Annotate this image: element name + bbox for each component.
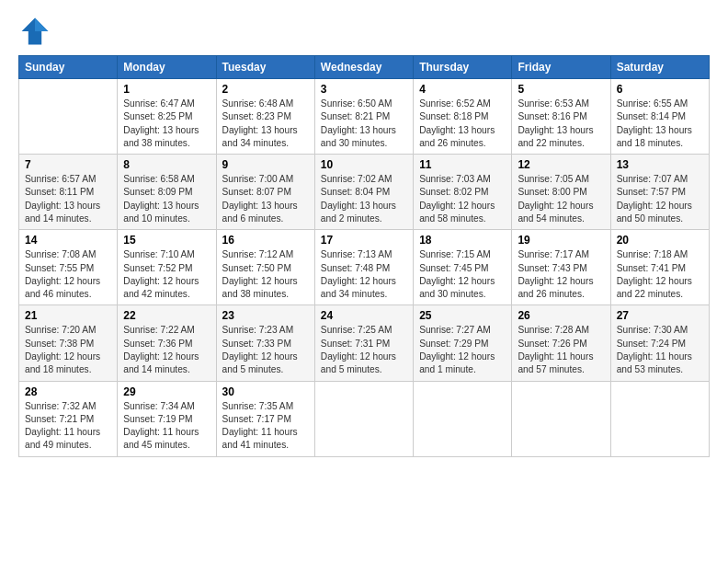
cell-date: 1 — [123, 83, 210, 96]
cell-info: Sunrise: 7:07 AM Sunset: 7:57 PM Dayligh… — [617, 173, 703, 225]
week-row-3: 14Sunrise: 7:08 AM Sunset: 7:55 PM Dayli… — [19, 230, 710, 305]
week-row-5: 28Sunrise: 7:32 AM Sunset: 7:21 PM Dayli… — [19, 381, 710, 456]
cell-date: 25 — [419, 309, 506, 322]
calendar-cell: 3Sunrise: 6:50 AM Sunset: 8:21 PM Daylig… — [314, 79, 413, 155]
cell-info: Sunrise: 7:30 AM Sunset: 7:24 PM Dayligh… — [617, 324, 703, 376]
calendar-cell: 26Sunrise: 7:28 AM Sunset: 7:26 PM Dayli… — [512, 305, 610, 381]
day-header-thursday: Thursday — [414, 56, 512, 79]
calendar-cell: 17Sunrise: 7:13 AM Sunset: 7:48 PM Dayli… — [314, 230, 413, 305]
calendar-cell: 12Sunrise: 7:05 AM Sunset: 8:00 PM Dayli… — [512, 155, 610, 230]
day-header-tuesday: Tuesday — [216, 56, 314, 79]
cell-info: Sunrise: 7:08 AM Sunset: 7:55 PM Dayligh… — [25, 248, 111, 301]
calendar-body: 1Sunrise: 6:47 AM Sunset: 8:25 PM Daylig… — [19, 79, 710, 457]
cell-date: 2 — [222, 83, 309, 96]
cell-date: 6 — [617, 83, 703, 96]
calendar-cell: 8Sunrise: 6:58 AM Sunset: 8:09 PM Daylig… — [118, 155, 216, 230]
day-header-saturday: Saturday — [610, 56, 709, 79]
calendar-cell: 20Sunrise: 7:18 AM Sunset: 7:41 PM Dayli… — [610, 230, 709, 305]
calendar-cell: 18Sunrise: 7:15 AM Sunset: 7:45 PM Dayli… — [414, 230, 512, 305]
calendar-cell — [19, 79, 118, 155]
day-header-wednesday: Wednesday — [314, 56, 413, 79]
cell-info: Sunrise: 6:53 AM Sunset: 8:16 PM Dayligh… — [518, 98, 604, 150]
cell-info: Sunrise: 6:48 AM Sunset: 8:23 PM Dayligh… — [222, 98, 309, 150]
cell-info: Sunrise: 6:57 AM Sunset: 8:11 PM Dayligh… — [25, 173, 111, 225]
cell-info: Sunrise: 7:12 AM Sunset: 7:50 PM Dayligh… — [222, 248, 309, 301]
calendar-cell: 7Sunrise: 6:57 AM Sunset: 8:11 PM Daylig… — [19, 155, 118, 230]
cell-date: 11 — [419, 158, 506, 171]
cell-date: 22 — [123, 309, 210, 322]
cell-date: 19 — [518, 234, 604, 247]
cell-info: Sunrise: 7:05 AM Sunset: 8:00 PM Dayligh… — [518, 173, 604, 225]
calendar-cell: 29Sunrise: 7:34 AM Sunset: 7:19 PM Dayli… — [118, 381, 216, 456]
cell-info: Sunrise: 7:23 AM Sunset: 7:33 PM Dayligh… — [222, 324, 309, 376]
cell-info: Sunrise: 7:10 AM Sunset: 7:52 PM Dayligh… — [123, 248, 210, 301]
cell-info: Sunrise: 6:47 AM Sunset: 8:25 PM Dayligh… — [123, 98, 210, 150]
calendar-cell — [314, 381, 413, 456]
calendar-cell: 30Sunrise: 7:35 AM Sunset: 7:17 PM Dayli… — [216, 381, 314, 456]
cell-info: Sunrise: 7:03 AM Sunset: 8:02 PM Dayligh… — [419, 173, 506, 225]
cell-info: Sunrise: 6:52 AM Sunset: 8:18 PM Dayligh… — [419, 98, 506, 150]
logo — [18, 15, 55, 48]
calendar-cell: 10Sunrise: 7:02 AM Sunset: 8:04 PM Dayli… — [314, 155, 413, 230]
calendar-cell: 23Sunrise: 7:23 AM Sunset: 7:33 PM Dayli… — [216, 305, 314, 381]
cell-info: Sunrise: 7:02 AM Sunset: 8:04 PM Dayligh… — [321, 173, 407, 225]
calendar-cell: 16Sunrise: 7:12 AM Sunset: 7:50 PM Dayli… — [216, 230, 314, 305]
cell-info: Sunrise: 7:27 AM Sunset: 7:29 PM Dayligh… — [419, 324, 506, 376]
calendar-cell: 15Sunrise: 7:10 AM Sunset: 7:52 PM Dayli… — [118, 230, 216, 305]
calendar-cell: 2Sunrise: 6:48 AM Sunset: 8:23 PM Daylig… — [216, 79, 314, 155]
cell-date: 4 — [419, 83, 506, 96]
cell-info: Sunrise: 7:35 AM Sunset: 7:17 PM Dayligh… — [222, 400, 309, 453]
calendar-header: SundayMondayTuesdayWednesdayThursdayFrid… — [19, 56, 710, 79]
header — [18, 15, 710, 48]
cell-date: 7 — [25, 158, 111, 171]
week-row-2: 7Sunrise: 6:57 AM Sunset: 8:11 PM Daylig… — [19, 155, 710, 230]
week-row-4: 21Sunrise: 7:20 AM Sunset: 7:38 PM Dayli… — [19, 305, 710, 381]
cell-info: Sunrise: 7:13 AM Sunset: 7:48 PM Dayligh… — [321, 248, 407, 301]
cell-date: 18 — [419, 234, 506, 247]
page: SundayMondayTuesdayWednesdayThursdayFrid… — [0, 0, 728, 466]
cell-date: 14 — [25, 234, 111, 247]
cell-info: Sunrise: 7:20 AM Sunset: 7:38 PM Dayligh… — [25, 324, 111, 376]
logo-icon — [18, 15, 51, 48]
calendar-cell: 5Sunrise: 6:53 AM Sunset: 8:16 PM Daylig… — [512, 79, 610, 155]
calendar-cell — [512, 381, 610, 456]
cell-info: Sunrise: 7:17 AM Sunset: 7:43 PM Dayligh… — [518, 248, 604, 301]
cell-date: 30 — [222, 385, 309, 398]
header-row: SundayMondayTuesdayWednesdayThursdayFrid… — [19, 56, 710, 79]
calendar-cell — [414, 381, 512, 456]
cell-info: Sunrise: 6:55 AM Sunset: 8:14 PM Dayligh… — [617, 98, 703, 150]
cell-date: 9 — [222, 158, 309, 171]
cell-date: 20 — [617, 234, 703, 247]
svg-marker-1 — [35, 18, 48, 31]
cell-date: 23 — [222, 309, 309, 322]
cell-info: Sunrise: 7:25 AM Sunset: 7:31 PM Dayligh… — [321, 324, 407, 376]
cell-date: 29 — [123, 385, 210, 398]
calendar-cell: 14Sunrise: 7:08 AM Sunset: 7:55 PM Dayli… — [19, 230, 118, 305]
calendar-cell: 24Sunrise: 7:25 AM Sunset: 7:31 PM Dayli… — [314, 305, 413, 381]
calendar-cell: 27Sunrise: 7:30 AM Sunset: 7:24 PM Dayli… — [610, 305, 709, 381]
cell-date: 16 — [222, 234, 309, 247]
cell-date: 13 — [617, 158, 703, 171]
cell-info: Sunrise: 6:50 AM Sunset: 8:21 PM Dayligh… — [321, 98, 407, 150]
cell-info: Sunrise: 7:22 AM Sunset: 7:36 PM Dayligh… — [123, 324, 210, 376]
calendar-cell — [610, 381, 709, 456]
calendar-cell: 9Sunrise: 7:00 AM Sunset: 8:07 PM Daylig… — [216, 155, 314, 230]
calendar-cell: 11Sunrise: 7:03 AM Sunset: 8:02 PM Dayli… — [414, 155, 512, 230]
cell-date: 27 — [617, 309, 703, 322]
cell-info: Sunrise: 6:58 AM Sunset: 8:09 PM Dayligh… — [123, 173, 210, 225]
cell-date: 8 — [123, 158, 210, 171]
day-header-friday: Friday — [512, 56, 610, 79]
cell-info: Sunrise: 7:32 AM Sunset: 7:21 PM Dayligh… — [25, 400, 111, 453]
cell-date: 28 — [25, 385, 111, 398]
day-header-sunday: Sunday — [19, 56, 118, 79]
week-row-1: 1Sunrise: 6:47 AM Sunset: 8:25 PM Daylig… — [19, 79, 710, 155]
cell-date: 17 — [321, 234, 407, 247]
calendar-cell: 28Sunrise: 7:32 AM Sunset: 7:21 PM Dayli… — [19, 381, 118, 456]
day-header-monday: Monday — [118, 56, 216, 79]
calendar-cell: 21Sunrise: 7:20 AM Sunset: 7:38 PM Dayli… — [19, 305, 118, 381]
calendar-cell: 4Sunrise: 6:52 AM Sunset: 8:18 PM Daylig… — [414, 79, 512, 155]
cell-date: 24 — [321, 309, 407, 322]
calendar-cell: 25Sunrise: 7:27 AM Sunset: 7:29 PM Dayli… — [414, 305, 512, 381]
cell-info: Sunrise: 7:18 AM Sunset: 7:41 PM Dayligh… — [617, 248, 703, 301]
cell-info: Sunrise: 7:15 AM Sunset: 7:45 PM Dayligh… — [419, 248, 506, 301]
